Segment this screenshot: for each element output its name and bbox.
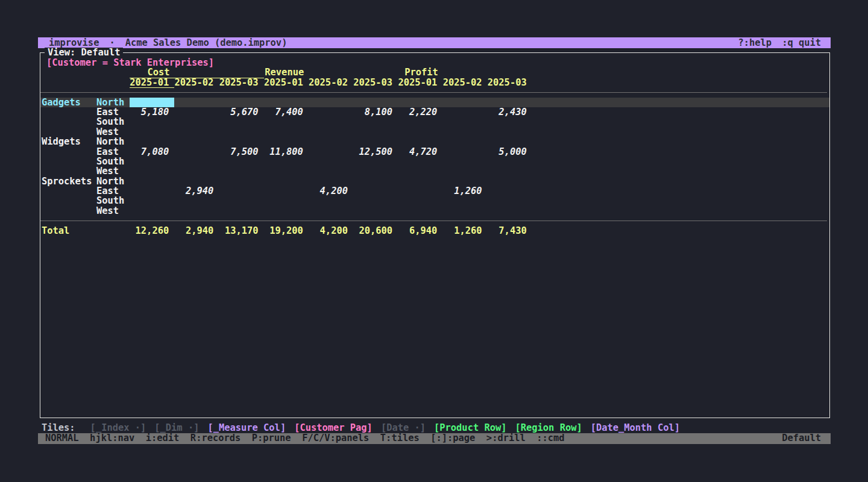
value-cell[interactable] bbox=[309, 177, 353, 186]
month-header[interactable]: 2025-03 bbox=[488, 78, 532, 88]
value-cell[interactable]: 7,080 bbox=[130, 147, 174, 157]
value-cell[interactable]: 5,180 bbox=[130, 107, 174, 117]
tile-item[interactable]: [Region Row] bbox=[515, 423, 582, 433]
value-cell[interactable] bbox=[488, 177, 532, 186]
value-cell[interactable] bbox=[398, 157, 442, 166]
value-cell[interactable] bbox=[442, 157, 487, 166]
value-cell[interactable] bbox=[442, 147, 487, 157]
value-cell[interactable] bbox=[353, 137, 398, 146]
value-cell[interactable] bbox=[174, 177, 219, 186]
value-cell[interactable] bbox=[264, 98, 309, 107]
tile-item[interactable]: [Date_Month Col] bbox=[591, 423, 680, 433]
value-cell[interactable] bbox=[264, 157, 309, 166]
tile-item[interactable]: [Product Row] bbox=[434, 423, 506, 433]
value-cell[interactable] bbox=[174, 117, 219, 127]
value-cell[interactable] bbox=[174, 157, 219, 166]
value-cell[interactable] bbox=[130, 137, 174, 146]
value-cell[interactable] bbox=[398, 117, 442, 127]
value-cell[interactable] bbox=[488, 127, 532, 137]
value-cell[interactable] bbox=[130, 206, 174, 216]
value-cell[interactable] bbox=[130, 157, 174, 166]
value-cell[interactable]: 12,500 bbox=[353, 147, 398, 157]
value-cell[interactable] bbox=[309, 107, 353, 117]
tile-item[interactable]: [_Measure Col] bbox=[207, 423, 286, 433]
value-cell[interactable] bbox=[309, 166, 353, 176]
value-cell[interactable] bbox=[219, 137, 263, 146]
value-cell[interactable] bbox=[219, 206, 263, 216]
value-cell[interactable] bbox=[398, 137, 442, 146]
value-cell[interactable]: 7,500 bbox=[219, 147, 263, 157]
region-label[interactable]: North bbox=[96, 137, 130, 146]
value-cell[interactable] bbox=[398, 196, 442, 205]
value-cell[interactable] bbox=[219, 98, 263, 107]
value-cell[interactable] bbox=[309, 117, 353, 127]
value-cell[interactable]: 1,260 bbox=[442, 186, 487, 196]
value-cell[interactable] bbox=[130, 196, 174, 205]
value-cell[interactable]: 7,400 bbox=[264, 107, 309, 117]
value-cell[interactable] bbox=[488, 117, 532, 127]
value-cell[interactable] bbox=[174, 206, 219, 216]
value-cell[interactable] bbox=[309, 147, 353, 157]
value-cell[interactable] bbox=[219, 127, 263, 137]
value-cell[interactable] bbox=[442, 98, 487, 107]
page-filter[interactable]: [Customer = Stark Enterprises] bbox=[46, 58, 829, 67]
region-label[interactable]: West bbox=[96, 166, 130, 176]
value-cell[interactable] bbox=[130, 166, 174, 176]
value-cell[interactable] bbox=[309, 206, 353, 216]
value-cell[interactable]: 11,800 bbox=[264, 147, 309, 157]
value-cell[interactable] bbox=[488, 166, 532, 176]
region-label[interactable]: East bbox=[96, 107, 130, 117]
value-cell[interactable] bbox=[353, 117, 398, 127]
value-cell[interactable] bbox=[264, 117, 309, 127]
value-cell[interactable] bbox=[174, 147, 219, 157]
value-cell[interactable] bbox=[442, 137, 487, 146]
value-cell[interactable] bbox=[219, 166, 263, 176]
value-cell[interactable]: 2,220 bbox=[398, 107, 442, 117]
tile-item[interactable]: [_Index ·] bbox=[90, 423, 146, 433]
value-cell[interactable] bbox=[264, 127, 309, 137]
value-cell[interactable] bbox=[398, 206, 442, 216]
region-label[interactable]: East bbox=[96, 147, 130, 157]
value-cell[interactable] bbox=[264, 166, 309, 176]
product-label[interactable] bbox=[40, 157, 96, 166]
value-cell[interactable] bbox=[488, 196, 532, 205]
month-header[interactable]: 2025-01 bbox=[264, 78, 309, 88]
product-label[interactable] bbox=[40, 206, 96, 216]
value-cell[interactable] bbox=[353, 127, 398, 137]
product-label[interactable] bbox=[40, 186, 96, 196]
value-cell[interactable] bbox=[174, 107, 219, 117]
value-cell[interactable] bbox=[219, 177, 263, 186]
region-label[interactable]: North bbox=[96, 98, 130, 107]
value-cell[interactable] bbox=[353, 166, 398, 176]
product-label[interactable] bbox=[40, 127, 96, 137]
region-label[interactable]: South bbox=[96, 196, 130, 205]
value-cell[interactable] bbox=[174, 98, 219, 107]
value-cell[interactable] bbox=[398, 186, 442, 196]
value-cell[interactable] bbox=[442, 166, 487, 176]
value-cell[interactable] bbox=[353, 206, 398, 216]
value-cell[interactable] bbox=[442, 206, 487, 216]
value-cell[interactable]: 4,720 bbox=[398, 147, 442, 157]
tile-item[interactable]: [Date ·] bbox=[381, 423, 426, 433]
product-label[interactable] bbox=[40, 166, 96, 176]
value-cell[interactable] bbox=[264, 196, 309, 205]
value-cell[interactable] bbox=[219, 186, 263, 196]
value-cell[interactable] bbox=[309, 127, 353, 137]
value-cell[interactable] bbox=[174, 196, 219, 205]
value-cell[interactable]: 8,100 bbox=[353, 107, 398, 117]
value-cell[interactable]: 5,670 bbox=[219, 107, 263, 117]
value-cell[interactable] bbox=[442, 107, 487, 117]
value-cell[interactable] bbox=[488, 157, 532, 166]
month-header[interactable]: 2025-03 bbox=[219, 78, 263, 88]
product-label[interactable] bbox=[40, 147, 96, 157]
value-cell[interactable] bbox=[442, 177, 487, 186]
tile-item[interactable]: [_Dim ·] bbox=[154, 423, 199, 433]
month-header[interactable]: 2025-02 bbox=[309, 78, 353, 88]
month-header[interactable]: 2025-01 bbox=[130, 78, 174, 88]
value-cell[interactable] bbox=[219, 117, 263, 127]
value-cell[interactable] bbox=[219, 196, 263, 205]
product-label[interactable] bbox=[40, 107, 96, 117]
region-label[interactable]: North bbox=[96, 177, 130, 186]
value-cell[interactable] bbox=[309, 196, 353, 205]
value-cell[interactable] bbox=[442, 117, 487, 127]
